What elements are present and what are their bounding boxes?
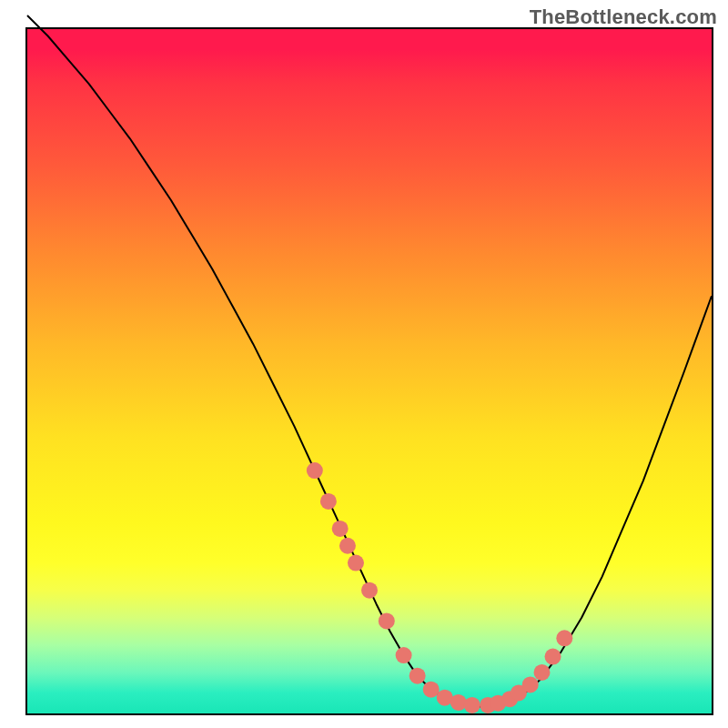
highlight-dot — [450, 694, 467, 711]
bottleneck-curve — [27, 15, 712, 707]
highlight-dot — [361, 582, 378, 599]
highlight-dot — [556, 630, 572, 646]
chart-stage: TheBottleneck.com — [0, 0, 728, 728]
highlight-dot — [320, 493, 337, 510]
highlight-dot — [379, 612, 395, 629]
highlight-dot — [464, 697, 480, 713]
highlight-dot — [522, 676, 539, 693]
watermark-label: TheBottleneck.com — [530, 5, 717, 29]
highlight-dot — [332, 521, 349, 537]
highlight-dot — [545, 649, 561, 665]
chart-svg — [27, 29, 712, 713]
highlight-dot — [348, 555, 364, 571]
highlight-dots-group — [307, 462, 572, 713]
plot-area — [25, 27, 713, 715]
highlight-dot — [410, 668, 426, 684]
highlight-dot — [396, 647, 412, 663]
highlight-dot — [423, 682, 440, 698]
highlight-dot — [339, 538, 356, 554]
highlight-dot — [534, 664, 551, 681]
highlight-dot — [307, 462, 323, 479]
